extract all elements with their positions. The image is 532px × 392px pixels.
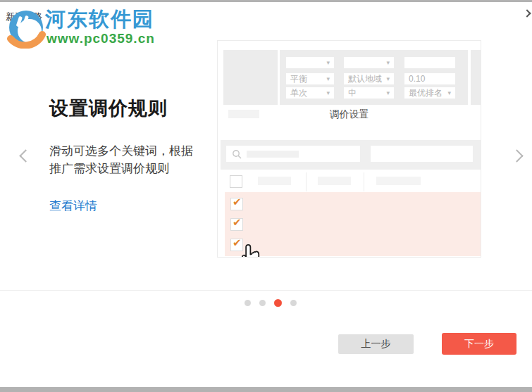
search-icon	[232, 149, 242, 159]
top-border	[0, 0, 532, 2]
chevron-down-icon: ▾	[386, 87, 390, 99]
slide-description-line2: 推广需求设置调价规则	[49, 160, 197, 177]
chevron-down-icon: ▾	[326, 57, 330, 68]
table-header-checkbox	[230, 175, 242, 188]
header-placeholder	[318, 177, 351, 185]
rule-settings-panel: ▾ ▾ 平衡▾ 默认地域▾ 0.10 单次▾ 中▾ 最优排名▾	[280, 50, 468, 105]
pagination-dot-active[interactable]	[274, 299, 282, 307]
footer-divider	[0, 290, 532, 291]
chevron-down-icon: ▾	[386, 73, 390, 84]
selected-keyword-rows: ✔ ✔ ✔	[225, 192, 481, 256]
dropdown-select: 单次▾	[286, 87, 334, 99]
pagination-dots	[245, 298, 297, 307]
pagination-dot[interactable]	[290, 300, 297, 306]
header-placeholder	[258, 177, 291, 185]
next-step-button[interactable]: 下一步	[442, 333, 516, 355]
price-input: 0.10	[404, 73, 455, 84]
chevron-down-icon: ▾	[326, 87, 330, 99]
dropdown-select: 平衡▾	[286, 73, 334, 84]
header-placeholder	[376, 177, 421, 185]
chevron-down-icon: ▾	[447, 87, 451, 99]
carousel-next-arrow-icon[interactable]	[510, 149, 523, 162]
dropdown-select: 最优排名▾	[404, 87, 455, 99]
search-section	[221, 140, 481, 170]
price-settings-title: 调价设置	[218, 108, 481, 121]
slide-description: 滑动可选多个关键词，根据 推广需求设置调价规则	[49, 142, 197, 177]
dropdown-select: 默认地域▾	[344, 73, 394, 84]
slide-title: 设置调价规则	[49, 96, 168, 121]
preview-card: ▾ ▾ 平衡▾ 默认地域▾ 0.10 单次▾ 中▾ 最优排名▾ 调价设置	[217, 40, 481, 258]
pagination-dot[interactable]	[259, 300, 266, 306]
column-divider	[306, 172, 307, 191]
bottom-border	[0, 387, 532, 392]
tutorial-overlay: 新手上路 河东软件园 www.pc0359.cn 设置调价规则 滑动可选多个关键…	[0, 0, 532, 392]
check-icon: ✔	[233, 216, 242, 229]
watermark-site-url: www.pc0359.cn	[47, 31, 155, 46]
placeholder-block-left	[223, 50, 278, 105]
dropdown-select: 中▾	[344, 87, 394, 99]
hand-cursor-icon	[240, 244, 261, 258]
text-input	[404, 57, 455, 68]
search-input-box	[226, 146, 360, 162]
dropdown-select: ▾	[286, 57, 334, 68]
check-icon: ✔	[233, 196, 242, 208]
placeholder-block-right	[471, 50, 481, 105]
search-placeholder-bar	[247, 151, 299, 158]
filter-input-box	[371, 146, 473, 162]
watermark-site-name: 河东软件园	[45, 6, 154, 34]
pc0359-logo-icon	[6, 9, 46, 49]
corner-chevron-icon[interactable]	[523, 9, 531, 17]
carousel-prev-arrow-icon[interactable]	[19, 149, 32, 162]
view-details-link[interactable]: 查看详情	[49, 198, 97, 214]
previous-step-button[interactable]: 上一步	[338, 334, 414, 354]
column-divider	[364, 172, 364, 191]
chevron-down-icon: ▾	[326, 73, 330, 84]
keyword-row-checkbox: ✔	[230, 218, 243, 231]
keyword-row-checkbox: ✔	[230, 198, 243, 210]
chevron-down-icon: ▾	[386, 57, 390, 68]
dropdown-select: ▾	[344, 57, 394, 68]
pagination-dot[interactable]	[245, 300, 251, 306]
slide-description-line1: 滑动可选多个关键词，根据	[49, 142, 197, 160]
